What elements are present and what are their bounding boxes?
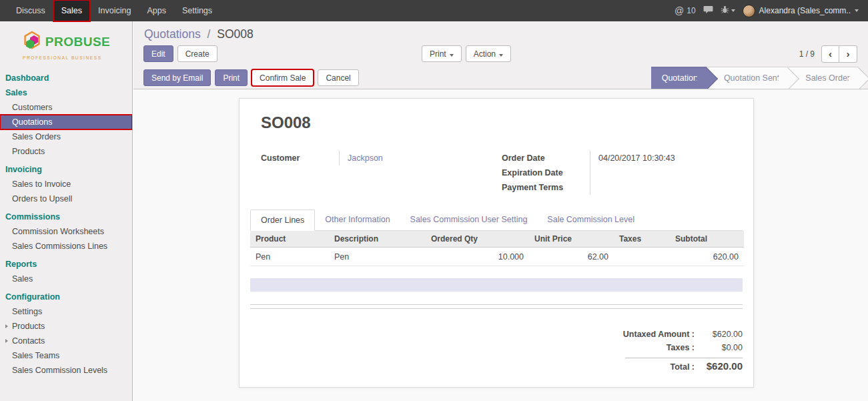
record-title: SO008 (261, 113, 743, 132)
cancel-button[interactable]: Cancel (318, 69, 358, 86)
cell-product[interactable]: Pen (250, 248, 329, 266)
breadcrumb-quotations[interactable]: Quotations (144, 27, 201, 41)
customer-label: Customer (261, 151, 340, 165)
action-dropdown-label: Action (474, 49, 496, 59)
payment-terms-label: Payment Terms (502, 180, 590, 195)
table-header-row: Product Description Ordered Qty Unit Pri… (250, 231, 744, 248)
bug-icon (721, 5, 729, 16)
chevron-down-icon (450, 54, 454, 57)
sidebar-item-products[interactable]: Products (0, 144, 132, 159)
pager-previous-button[interactable]: ‹ (821, 45, 839, 63)
sidebar-item-sales-teams[interactable]: Sales Teams (0, 348, 132, 363)
user-name: Alexandra (Sales_comm.. (759, 6, 851, 15)
sidebar-section-invoicing: Invoicing (0, 162, 132, 177)
nav-item-settings[interactable]: Settings (174, 0, 220, 21)
logo-icon (22, 30, 42, 54)
create-button[interactable]: Create (177, 45, 218, 62)
chevron-right-icon (5, 324, 8, 328)
sidebar-item-reports-sales[interactable]: Sales (0, 272, 132, 286)
chevron-down-icon (731, 9, 735, 12)
tab-other-information[interactable]: Other Information (315, 210, 400, 231)
field-group: Customer Jackpson Order Date 04/20/2017 … (261, 151, 743, 195)
status-step-quotation-sent[interactable]: Quotation Sent (707, 67, 788, 89)
separator-lines (250, 304, 743, 309)
print-button[interactable]: Print (215, 69, 248, 86)
chevron-down-icon (855, 9, 859, 12)
tab-sale-commission-level[interactable]: Sale Commission Level (537, 210, 644, 231)
sidebar-item-dashboard[interactable]: Dashboard (0, 71, 132, 85)
sidebar-item-config-settings[interactable]: Settings (0, 304, 132, 319)
sidebar-item-config-products[interactable]: Products (0, 319, 132, 334)
nav-item-invoicing[interactable]: Invoicing (90, 0, 139, 21)
untaxed-amount-label: Untaxed Amount : (623, 330, 695, 339)
sidebar-item-quotations[interactable]: Quotations (0, 115, 132, 129)
tab-order-lines[interactable]: Order Lines (250, 210, 315, 231)
action-dropdown-button[interactable]: Action (466, 45, 511, 62)
chevron-right-icon (5, 339, 8, 343)
column-product[interactable]: Product (250, 231, 329, 248)
confirm-sale-button[interactable]: Confirm Sale (252, 69, 314, 86)
messages-button[interactable] (703, 5, 713, 16)
avatar (743, 5, 755, 17)
sidebar-item-sales-orders[interactable]: Sales Orders (0, 129, 132, 144)
nav-item-sales[interactable]: Sales (53, 0, 90, 21)
company-logo[interactable]: PROBUSE PROFESSIONAL BUSINESS (0, 30, 132, 60)
taxes-label: Taxes : (667, 343, 695, 352)
status-step-quotation[interactable]: Quotation (651, 67, 707, 89)
customer-value-link[interactable]: Jackpson (340, 151, 383, 165)
table-row[interactable]: Pen Pen 10.000 62.00 620.00 (250, 248, 744, 266)
cell-taxes (614, 248, 670, 266)
sidebar-section-configuration: Configuration (0, 290, 132, 304)
print-dropdown-button[interactable]: Print (422, 45, 462, 62)
sidebar-item-orders-to-upsell[interactable]: Orders to Upsell (0, 191, 132, 206)
total-value: $620.00 (695, 360, 743, 372)
nav-item-discuss[interactable]: Discuss (8, 0, 53, 21)
untaxed-amount-value: $620.00 (695, 330, 743, 339)
cell-unit-price: 62.00 (529, 248, 614, 266)
edit-button[interactable]: Edit (143, 45, 173, 62)
at-icon: @ (675, 5, 684, 16)
sidebar-item-sales-commission-levels[interactable]: Sales Commission Levels (0, 363, 132, 378)
cell-subtotal: 620.00 (670, 248, 744, 266)
form-view: SO008 Customer Jackpson Order Date 04/20… (133, 89, 868, 401)
breadcrumb: Quotations / SO008 (144, 27, 254, 41)
total-label: Total : (670, 362, 695, 372)
breadcrumb-current: SO008 (217, 27, 253, 41)
main-area: Quotations / SO008 Edit Create Print Act… (133, 21, 868, 401)
payment-terms-value (590, 180, 598, 194)
sidebar-item-label: Products (12, 322, 45, 331)
column-subtotal[interactable]: Subtotal (670, 231, 744, 248)
chat-bubble-icon (703, 5, 713, 16)
column-description[interactable]: Description (329, 231, 426, 248)
cell-ordered-qty: 10.000 (426, 248, 529, 266)
tab-sales-commission-user-setting[interactable]: Sales Commission User Setting (400, 210, 538, 231)
navbar-right: @ 10 Alexandra (Sales_comm.. (675, 0, 868, 21)
taxes-value: $0.00 (695, 343, 743, 352)
column-taxes[interactable]: Taxes (614, 231, 670, 248)
pager-next-button[interactable]: › (839, 45, 857, 63)
sidebar-item-commission-worksheets[interactable]: Commission Worksheets (0, 224, 132, 239)
order-date-label: Order Date (502, 151, 590, 165)
sidebar-item-sales-to-invoice[interactable]: Sales to Invoice (0, 177, 132, 191)
debug-menu-button[interactable] (721, 5, 735, 16)
notebook-tabs: Order Lines Other Information Sales Comm… (250, 210, 743, 231)
expiration-date-value (590, 165, 598, 179)
breadcrumb-separator: / (207, 27, 211, 41)
pager: 1 / 9 ‹ › (799, 45, 857, 63)
sidebar-item-sales-commissions-lines[interactable]: Sales Commissions Lines (0, 239, 132, 254)
send-by-email-button[interactable]: Send by Email (143, 69, 211, 86)
mentions-button[interactable]: @ 10 (675, 5, 696, 16)
totals-block: Untaxed Amount : $620.00 Taxes : $0.00 T… (250, 328, 743, 374)
logo-text: PROBUSE (45, 35, 110, 49)
sidebar-item-config-contacts[interactable]: Contacts (0, 334, 132, 348)
column-unit-price[interactable]: Unit Price (529, 231, 614, 248)
print-dropdown-label: Print (430, 49, 446, 59)
expiration-date-label: Expiration Date (502, 165, 590, 180)
app-menu: Discuss Sales Invoicing Apps Settings (0, 0, 220, 21)
sidebar-section-commissions: Commissions (0, 210, 132, 224)
column-ordered-qty[interactable]: Ordered Qty (426, 231, 529, 248)
sidebar-item-customers[interactable]: Customers (0, 100, 132, 115)
nav-item-apps[interactable]: Apps (139, 0, 174, 21)
logo-tagline: PROFESSIONAL BUSINESS (23, 55, 132, 60)
user-menu[interactable]: Alexandra (Sales_comm.. (743, 5, 859, 17)
